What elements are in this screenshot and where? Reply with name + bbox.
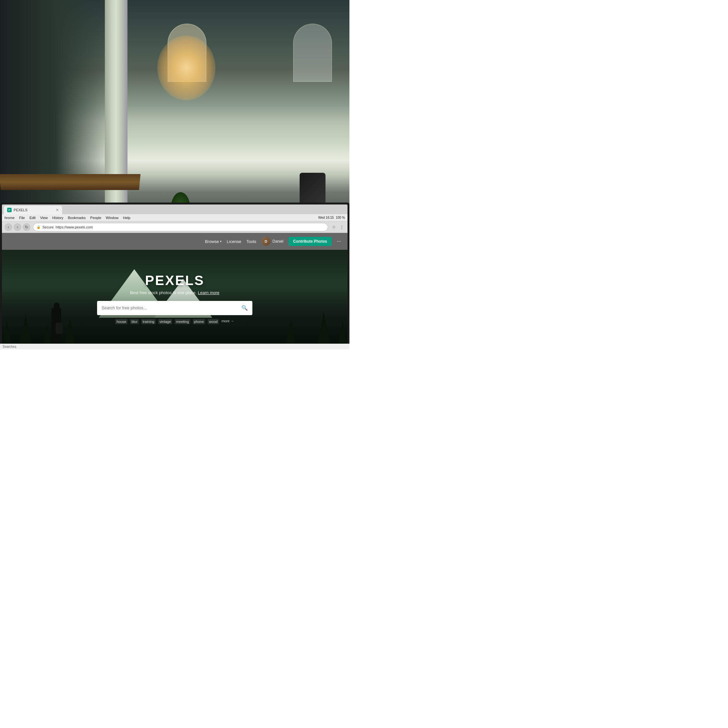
window-glow [157, 35, 216, 100]
suggestion-blur[interactable]: blur [130, 319, 139, 324]
browser-toolbar: ‹ › ↻ 🔒 Secure https://www.pexels.com ☆ … [2, 221, 347, 233]
tools-nav-item[interactable]: Tools [246, 239, 256, 244]
pexels-navbar: Browse ▾ License Tools D Daniel Contribu… [2, 233, 347, 250]
browse-dropdown-icon: ▾ [220, 240, 222, 243]
time-display: Wed 16:15 [318, 216, 333, 219]
menu-item-chrome[interactable]: hrome [5, 216, 15, 220]
suggestion-vintage[interactable]: vintage [158, 319, 172, 324]
suggestion-training[interactable]: training [141, 319, 156, 324]
suggestion-wood[interactable]: wood [208, 319, 219, 324]
dark-left-area [0, 0, 112, 237]
more-options-button[interactable]: ··· [337, 239, 341, 244]
search-input[interactable] [102, 306, 242, 310]
menu-item-people[interactable]: People [90, 216, 101, 220]
screen-container: P PEXELS ✕ hrome File Edit View History … [0, 203, 349, 349]
browse-label: Browse [205, 239, 219, 244]
user-avatar: D [262, 237, 271, 246]
suggestion-house[interactable]: house [115, 319, 127, 324]
menu-item-history[interactable]: History [52, 216, 63, 220]
pexels-hero-title: PEXELS [8, 273, 341, 288]
pexels-hero: PEXELS Best free stock photos in one pla… [2, 250, 347, 347]
mac-menu-left: hrome File Edit View History Bookmarks P… [5, 216, 130, 220]
pexels-hero-subtitle: Best free stock photos in one place. Lea… [8, 290, 341, 295]
mac-menubar: hrome File Edit View History Bookmarks P… [2, 214, 347, 221]
column [105, 0, 127, 237]
menu-item-help[interactable]: Help [123, 216, 130, 220]
hero-content: PEXELS Best free stock photos in one pla… [8, 273, 341, 324]
search-button[interactable]: 🔍 [242, 305, 248, 311]
suggestion-more[interactable]: more → [221, 319, 234, 324]
tab-title: PEXELS [14, 208, 28, 212]
secure-icon: 🔒 [37, 225, 40, 229]
learn-more-link[interactable]: Learn more [198, 290, 219, 295]
person-backpack [56, 323, 63, 334]
suggestion-phone[interactable]: phone [193, 319, 205, 324]
search-bar[interactable]: 🔍 [97, 301, 252, 315]
reload-button[interactable]: ↻ [23, 223, 31, 231]
search-suggestions: house blur training vintage meeting phon… [8, 319, 341, 324]
url-display[interactable]: https://www.pexels.com [56, 225, 93, 229]
battery-display: 100 % [336, 216, 345, 219]
browser-window: P PEXELS ✕ hrome File Edit View History … [2, 205, 347, 347]
tab-close-button[interactable]: ✕ [56, 208, 59, 212]
suggestion-meeting[interactable]: meeting [175, 319, 190, 324]
window-right [293, 24, 332, 82]
bookmark-icon[interactable]: ☆ [331, 224, 337, 230]
user-area[interactable]: D Daniel [262, 237, 283, 246]
extensions-icon[interactable]: ⋮ [338, 224, 345, 230]
tree-1 [2, 321, 12, 347]
tab-bar: P PEXELS ✕ [2, 205, 347, 214]
menu-item-edit[interactable]: Edit [29, 216, 35, 220]
license-label: License [227, 239, 242, 244]
tab-favicon: P [7, 208, 12, 212]
menu-item-view[interactable]: View [40, 216, 48, 220]
office-scene [0, 0, 349, 237]
tools-label: Tools [246, 239, 256, 244]
address-bar[interactable]: 🔒 Secure https://www.pexels.com [33, 223, 328, 231]
menu-item-bookmarks[interactable]: Bookmarks [68, 216, 86, 220]
pexels-website: Browse ▾ License Tools D Daniel Contribu… [2, 233, 347, 347]
toolbar-actions: ☆ ⋮ [331, 224, 345, 230]
active-tab[interactable]: P PEXELS ✕ [4, 206, 62, 214]
searches-label: Searches [3, 345, 16, 349]
license-nav-item[interactable]: License [227, 239, 242, 244]
tree-5 [338, 321, 347, 347]
user-name-label: Daniel [272, 239, 283, 244]
status-bar: Searches [0, 344, 349, 349]
menu-item-file[interactable]: File [19, 216, 25, 220]
mac-menu-right: Wed 16:15 100 % [318, 216, 345, 219]
browse-nav-item[interactable]: Browse ▾ [205, 239, 221, 244]
desk [0, 174, 141, 190]
contribute-photos-button[interactable]: Contribute Photos [289, 237, 332, 246]
secure-label: Secure [42, 225, 54, 229]
nav-buttons: ‹ › ↻ [5, 223, 31, 231]
menu-item-window[interactable]: Window [106, 216, 118, 220]
back-button[interactable]: ‹ [5, 223, 12, 231]
forward-button[interactable]: › [14, 223, 21, 231]
